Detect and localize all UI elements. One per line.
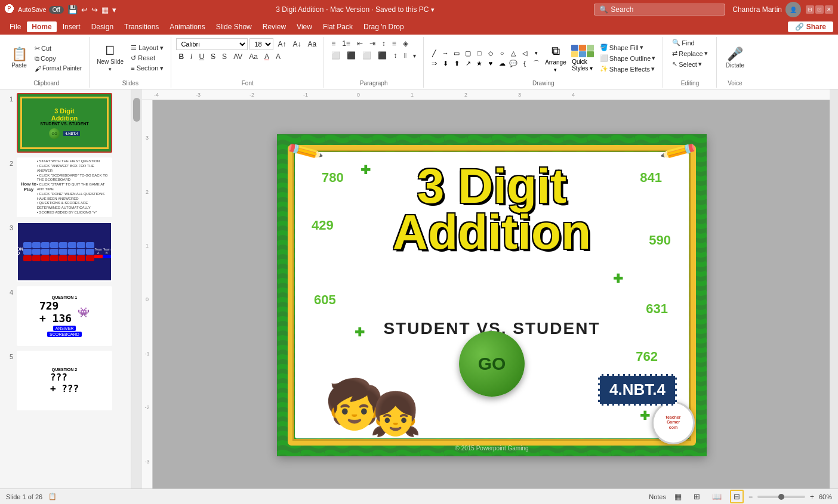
- numbering-button[interactable]: 1≡: [340, 38, 353, 49]
- para-more-button[interactable]: ▾: [411, 51, 418, 60]
- save-icon[interactable]: 💾: [67, 5, 78, 14]
- shape-roundrect[interactable]: ▢: [463, 48, 473, 58]
- view-reading-button[interactable]: 📖: [708, 490, 725, 503]
- section-button[interactable]: ≡ Section ▾: [128, 64, 166, 73]
- slide-thumb-4[interactable]: QUESTION 1 729+ 136 👾 ANSWER SCOREBOARD: [17, 286, 112, 346]
- slide-item-5[interactable]: 5 QUESTION 2 ???+ ???: [2, 350, 128, 412]
- slide-item-1[interactable]: 1 3 DigitAddition STUDENT VS. STUDENT GO…: [2, 92, 128, 154]
- increase-indent-button[interactable]: ⇥: [367, 38, 378, 49]
- quick-styles-button[interactable]: QuickStyles ▾: [570, 44, 595, 73]
- copy-button[interactable]: ⧉ Copy: [32, 54, 84, 63]
- reset-button[interactable]: ↺ Reset: [128, 54, 166, 63]
- font-color-button[interactable]: A: [262, 51, 272, 62]
- shadow-button[interactable]: S: [220, 51, 229, 62]
- search-box[interactable]: 🔍 Search: [594, 4, 725, 16]
- font-family-select[interactable]: Calibri: [176, 38, 248, 50]
- font-size-select[interactable]: 18: [249, 38, 273, 50]
- title-dropdown-icon[interactable]: ▾: [431, 6, 435, 13]
- menu-file[interactable]: File: [5, 21, 26, 32]
- char-spacing-button[interactable]: AV: [231, 51, 245, 62]
- shape-rect2[interactable]: □: [474, 48, 485, 58]
- shape-star[interactable]: ★: [474, 58, 485, 68]
- autosave-toggle[interactable]: AutoSave Off: [18, 6, 64, 14]
- dictate-button[interactable]: 🎤 Dictate: [723, 38, 747, 78]
- view-slide-sorter-button[interactable]: ⊞: [690, 490, 704, 503]
- highlight-button[interactable]: A: [273, 51, 283, 62]
- slide-panel-scrollbar[interactable]: [131, 89, 142, 488]
- shape-heart[interactable]: ♥: [485, 58, 496, 68]
- notes-button[interactable]: Notes: [649, 493, 666, 500]
- slide-item-2[interactable]: 2 How to Play • DIVIDE INTO GROUPS • CHO…: [2, 156, 128, 218]
- menu-insert[interactable]: Insert: [58, 21, 85, 32]
- view-slideshow-button[interactable]: ⊟: [730, 490, 744, 503]
- bold-button[interactable]: B: [176, 51, 186, 62]
- menu-slideshow[interactable]: Slide Show: [211, 21, 257, 32]
- italic-button[interactable]: I: [188, 51, 195, 62]
- new-slide-button[interactable]: 🗌 New Slide ▾: [94, 38, 126, 78]
- zoom-out-button[interactable]: −: [748, 493, 753, 501]
- decrease-font-button[interactable]: A↓: [290, 39, 303, 50]
- right-panel-scrollbar[interactable]: [830, 89, 838, 488]
- present-icon[interactable]: ▦: [101, 5, 109, 14]
- view-normal-button[interactable]: ▦: [671, 490, 685, 503]
- shape-arrow2[interactable]: ⇒: [429, 58, 439, 68]
- align-left-button[interactable]: ⬜: [329, 50, 343, 61]
- maximize-button[interactable]: ⊡: [815, 5, 824, 14]
- slide-thumb-2[interactable]: How to Play • DIVIDE INTO GROUPS • CHOOS…: [17, 157, 112, 217]
- layout-button[interactable]: ☰ Layout ▾: [128, 44, 166, 52]
- shape-brace[interactable]: {: [519, 58, 530, 68]
- line-spacing-button[interactable]: ↕: [391, 50, 399, 61]
- shape-effects-button[interactable]: ✨ Shape Effects ▾: [597, 64, 658, 73]
- minimize-button[interactable]: ⊟: [806, 5, 814, 14]
- shape-circle[interactable]: ○: [497, 48, 507, 58]
- font-case-button[interactable]: Aa: [247, 51, 260, 62]
- zoom-in-button[interactable]: +: [810, 493, 814, 501]
- share-button[interactable]: 🔗 Share: [788, 21, 833, 32]
- slide-item-4[interactable]: 4 QUESTION 1 729+ 136 👾 ANSWER SCOREBOAR…: [2, 285, 128, 347]
- select-button[interactable]: ↖ Select ▾: [670, 60, 704, 69]
- menu-review[interactable]: Review: [258, 21, 291, 32]
- shape-fill-button[interactable]: 🪣 Shape Fill ▾: [597, 43, 658, 52]
- autosave-state[interactable]: Off: [49, 6, 64, 14]
- replace-button[interactable]: ⇄ Replace ▾: [670, 49, 710, 58]
- shape-more[interactable]: ▾: [531, 48, 541, 58]
- increase-font-button[interactable]: A↑: [275, 39, 288, 50]
- menu-home[interactable]: Home: [27, 21, 56, 32]
- shape-rtriangle[interactable]: ◁: [519, 48, 530, 58]
- menu-dragdrop[interactable]: Drag 'n Drop: [359, 21, 409, 32]
- find-button[interactable]: 🔍 Find: [670, 38, 697, 47]
- undo-icon[interactable]: ↩: [81, 5, 88, 14]
- shape-arrow4[interactable]: ⬆: [451, 58, 462, 68]
- close-button[interactable]: ✕: [825, 5, 833, 14]
- strikethrough-button[interactable]: S: [208, 51, 218, 62]
- format-painter-button[interactable]: 🖌 Format Painter: [32, 64, 84, 73]
- slide-thumb-5[interactable]: QUESTION 2 ???+ ???: [17, 351, 112, 410]
- menu-transitions[interactable]: Transitions: [119, 21, 164, 32]
- convert-smartart-button[interactable]: ◈: [400, 38, 411, 49]
- shape-arc[interactable]: ⌒: [531, 58, 541, 68]
- menu-animations[interactable]: Animations: [165, 21, 209, 32]
- menu-design[interactable]: Design: [87, 21, 118, 32]
- columns-button[interactable]: ⫴: [401, 50, 409, 61]
- zoom-slider[interactable]: [757, 496, 805, 498]
- zoom-slider-thumb[interactable]: [778, 494, 784, 500]
- clear-format-button[interactable]: Aa: [305, 39, 319, 50]
- redo-icon[interactable]: ↪: [91, 5, 98, 14]
- new-slide-dropdown[interactable]: ▾: [109, 66, 112, 72]
- shape-callout[interactable]: 💬: [508, 58, 519, 68]
- shape-arrow3[interactable]: ⬇: [440, 58, 451, 68]
- decrease-indent-button[interactable]: ⇤: [355, 38, 365, 49]
- shape-line[interactable]: ╱: [429, 48, 439, 58]
- menu-view[interactable]: View: [292, 21, 317, 32]
- cut-button[interactable]: ✂ Cut: [32, 44, 84, 53]
- menu-flatpack[interactable]: Flat Pack: [318, 21, 358, 32]
- shape-arrow5[interactable]: ↗: [463, 58, 473, 68]
- arrange-dropdown[interactable]: ▾: [554, 67, 557, 73]
- align-right-button[interactable]: ⬜: [360, 50, 374, 61]
- shape-rect[interactable]: ▭: [451, 48, 462, 58]
- shape-cloud[interactable]: ☁: [497, 58, 507, 68]
- slide-thumb-1[interactable]: 3 DigitAddition STUDENT VS. STUDENT GO 4…: [17, 93, 112, 153]
- text-direction-button[interactable]: ↕: [380, 38, 388, 49]
- go-button[interactable]: GO: [459, 331, 525, 397]
- slide-item-3[interactable]: 3 QUESTION BOARD: [2, 221, 128, 283]
